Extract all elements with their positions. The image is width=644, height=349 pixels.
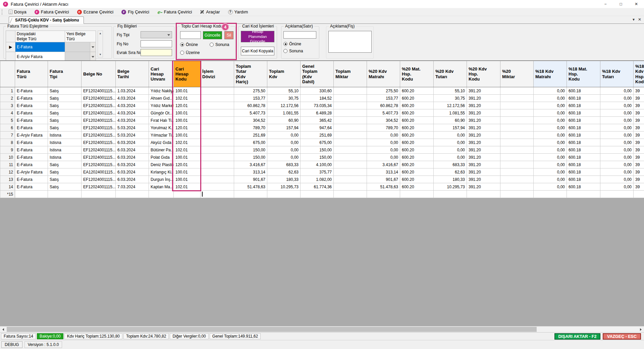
cell-mat20_hsp_kodu[interactable]: 600.20 [400, 139, 434, 146]
cell-belge_tarihi[interactable]: 4.03.2024 [116, 102, 149, 109]
cell-kdv18_tutari[interactable]: 0,00 [600, 146, 634, 154]
cell-kdv20_hsp_kodu[interactable]: 391.20 [467, 102, 500, 109]
cell-miktar20[interactable] [500, 102, 534, 109]
cell-kdv20_matrahi[interactable]: 5.407,73 [367, 109, 400, 117]
vazgec-button[interactable]: VAZGEÇ - ESC [603, 333, 641, 340]
cell-toplam_kdv[interactable]: 62,63 [267, 168, 301, 176]
menu-item-yardim[interactable]: ? Yardım [224, 8, 252, 16]
cell-kdv18_tutari[interactable]: 0,00 [600, 95, 634, 102]
cell-belge_no[interactable]: EF12024001115... [82, 146, 116, 154]
cell-fatura_turu[interactable]: E-Arşiv Fatura [15, 168, 48, 176]
cell-miktar20[interactable] [500, 154, 534, 161]
column-header-genel_toplam_kdv_dahil[interactable]: Genel Toplam (Kdv Dahil) [301, 61, 334, 87]
cell-cari_hesap_unvani[interactable]: Yorulmaz K... [149, 124, 174, 132]
cell-fatura_tipi[interactable]: Satış [48, 161, 82, 168]
new-cell-mat18_hsp_kodu[interactable] [567, 191, 600, 198]
column-header-fatura_turu[interactable]: Fatura Türü [15, 61, 48, 87]
horizontal-scrollbar[interactable] [0, 326, 644, 332]
scroll-up-icon[interactable]: ▲ [99, 31, 102, 36]
new-cell-kdv18_matrahi[interactable] [534, 191, 567, 198]
cell-islem_dovizi[interactable] [201, 87, 234, 95]
radio-uzerine[interactable]: Üzerine [180, 50, 200, 55]
cell-belge_no[interactable]: EA12024001115... [82, 168, 116, 176]
cell-fatura_turu[interactable]: E-Fatura [15, 87, 48, 95]
new-cell-genel_toplam_kdv_dahil[interactable] [301, 191, 334, 198]
cell-cari_hesap_unvani[interactable]: Yılmazlar Ti... [149, 132, 174, 139]
cell-kdv20_tutari[interactable]: 0,00 [434, 154, 467, 161]
cell-toplam_tutar_kdv_haric[interactable]: 675,00 [234, 139, 267, 146]
cell-belge_tarihi[interactable]: 5.03.2024 [116, 132, 149, 139]
cell-belge_tarihi[interactable]: 4.03.2024 [116, 117, 149, 124]
cell-kdv20_hsp_kodu[interactable]: 391.20 [467, 154, 500, 161]
cell-belge_no[interactable]: EF12024001115... [82, 154, 116, 161]
cell-kdv20_tutari[interactable]: 683,33 [434, 161, 467, 168]
column-header-rownum[interactable] [0, 61, 15, 87]
cell-genel_toplam_kdv_dahil[interactable]: 150,00 [301, 154, 334, 161]
cell-belge_tarihi[interactable]: 6.03.2024 [116, 168, 149, 176]
cell-mat20_hsp_kodu[interactable]: 600.20 [400, 109, 434, 117]
cell-fatura_tipi[interactable]: Istisna [48, 132, 82, 139]
mini-grid-cell-dosyadaki[interactable]: E-Fatura [15, 42, 65, 52]
scroll-right-icon[interactable] [638, 327, 644, 332]
radio-onune[interactable]: Önüne [180, 42, 198, 47]
cell-kdv18_matrahi[interactable]: 0,00 [534, 168, 567, 176]
new-cell-toplam_tutar_kdv_haric[interactable] [234, 191, 267, 198]
cell-kdv20_matrahi[interactable]: 0,00 [367, 139, 400, 146]
cell-toplam_tutar_kdv_haric[interactable]: 275,50 [234, 87, 267, 95]
cell-belge_tarihi[interactable]: 6.03.2024 [116, 146, 149, 154]
cell-toplam_miktar[interactable] [334, 183, 367, 191]
cell-toplam_miktar[interactable] [334, 102, 367, 109]
cell-fatura_turu[interactable]: E-Fatura [15, 176, 48, 183]
column-header-islem_dovizi[interactable]: İşlem Dövizi [201, 61, 234, 87]
cell-kdv20_tutari[interactable]: 0,00 [434, 139, 467, 146]
cell-toplam_miktar[interactable] [334, 168, 367, 176]
cell-kdv18_tutari[interactable]: 0,00 [600, 183, 634, 191]
new-cell-toplam_kdv[interactable] [267, 191, 301, 198]
cell-kdv18_matrahi[interactable]: 0,00 [534, 124, 567, 132]
cell-islem_dovizi[interactable] [201, 154, 234, 161]
cell-belge_no[interactable]: EF12024001115... [82, 176, 116, 183]
cell-kdv18_hsp_kodu[interactable]: 39 [634, 124, 644, 132]
cell-mat20_hsp_kodu[interactable]: 600.20 [400, 154, 434, 161]
cell-mat20_hsp_kodu[interactable]: 600.20 [400, 117, 434, 124]
menu-item-dosya[interactable]: Dosya [5, 8, 31, 16]
cell-toplam_miktar[interactable] [334, 139, 367, 146]
cell-kdv20_tutari[interactable]: 30,75 [434, 95, 467, 102]
cell-toplam_miktar[interactable] [334, 95, 367, 102]
cell-kdv20_tutari[interactable]: 1.081,55 [434, 109, 467, 117]
cell-fatura_turu[interactable]: E-Fatura [15, 183, 48, 191]
column-header-belge_no[interactable]: Belge No [82, 61, 116, 87]
cell-cari_hesap_kodu[interactable]: 100.01 [174, 154, 201, 161]
column-header-mat20_hsp_kodu[interactable]: %20 Mat. Hsp. Kodu [400, 61, 434, 87]
column-header-mat18_hsp_kodu[interactable]: %18 Mat. Hsp. Kodu [567, 61, 600, 87]
cell-kdv18_hsp_kodu[interactable]: 39 [634, 102, 644, 109]
new-row-header[interactable]: *15 [0, 191, 15, 198]
cell-belge_tarihi[interactable]: 4.03.2024 [116, 95, 149, 102]
cell-toplam_tutar_kdv_haric[interactable]: 60.862,78 [234, 102, 267, 109]
cell-cari_hesap_unvani[interactable]: Ahsen Gıd... [149, 95, 174, 102]
cell-cari_hesap_kodu[interactable]: 102.01 [174, 146, 201, 154]
cell-mat20_hsp_kodu[interactable]: 600.20 [400, 124, 434, 132]
cell-belge_no[interactable]: EF12024001115... [82, 117, 116, 124]
guncelle-button[interactable]: Güncelle [203, 31, 222, 39]
column-header-toplam_kdv[interactable]: Toplam Kdv [267, 61, 301, 87]
cell-kdv18_hsp_kodu[interactable]: 39 [634, 168, 644, 176]
close-button[interactable]: ✕ [629, 0, 644, 8]
cell-kdv18_matrahi[interactable]: 0,00 [534, 132, 567, 139]
menu-item-e-fatura-cevirici[interactable]: e- Fatura Çevirici [153, 8, 196, 16]
new-cell-mat20_hsp_kodu[interactable] [400, 191, 434, 198]
cell-kdv20_tutari[interactable]: 0,00 [434, 132, 467, 139]
cell-islem_dovizi[interactable] [201, 168, 234, 176]
cell-kdv20_matrahi[interactable]: 153,77 [367, 95, 400, 102]
cell-genel_toplam_kdv_dahil[interactable]: 947,64 [301, 124, 334, 132]
cell-fatura_tipi[interactable]: Satış [48, 176, 82, 183]
cell-fatura_tipi[interactable]: Istisna [48, 146, 82, 154]
minimize-button[interactable]: − [598, 0, 613, 8]
cell-miktar20[interactable] [500, 168, 534, 176]
toplu-cari-kod-input[interactable] [180, 31, 201, 39]
cell-genel_toplam_kdv_dahil[interactable]: 330,60 [301, 87, 334, 95]
cell-toplam_kdv[interactable]: 1.081,55 [267, 109, 301, 117]
cell-kdv20_matrahi[interactable]: 313,14 [367, 168, 400, 176]
new-cell-cari_hesap_kodu[interactable] [174, 191, 201, 198]
cell-toplam_miktar[interactable] [334, 176, 367, 183]
